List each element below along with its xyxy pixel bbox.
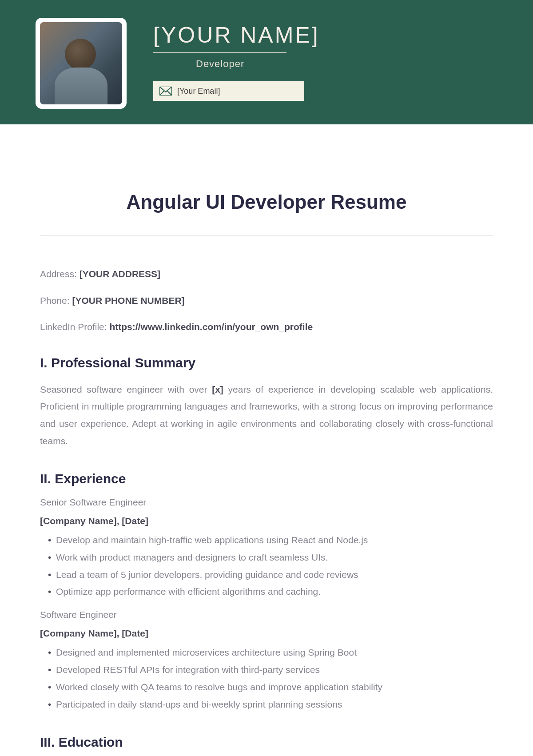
list-item: Developed RESTful APIs for integration w… [48,661,493,679]
header-banner: [YOUR NAME] Developer [Your Email] [0,0,533,124]
summary-pre: Seasoned software engineer with over [40,384,212,394]
linkedin-label: LinkedIn Profile: [40,322,109,332]
email-field[interactable]: [Your Email] [153,81,304,101]
address-line: Address: [YOUR ADDRESS] [40,267,493,281]
linkedin-line: LinkedIn Profile: https://www.linkedin.c… [40,320,493,334]
name-heading: [YOUR NAME] [153,22,497,48]
phone-line: Phone: [YOUR PHONE NUMBER] [40,294,493,308]
job-bullets: Designed and implemented microservices a… [40,644,493,713]
list-item: Worked closely with QA teams to resolve … [48,679,493,696]
list-item: Designed and implemented microservices a… [48,644,493,661]
role-subtitle: Developer [196,58,497,70]
header-text-block: [YOUR NAME] Developer [Your Email] [153,18,497,101]
title-divider [40,235,493,236]
profile-photo-frame [36,18,127,109]
experience-heading: II. Experience [40,471,493,486]
list-item: Develop and maintain high-traffic web ap… [48,532,493,549]
education-heading: III. Education [40,735,493,750]
address-label: Address: [40,269,80,279]
email-placeholder: [Your Email] [177,87,220,96]
job-bullets: Develop and maintain high-traffic web ap… [40,532,493,601]
summary-heading: I. Professional Summary [40,355,493,370]
phone-value: [YOUR PHONE NUMBER] [72,295,184,306]
job-meta: [Company Name], [Date] [40,628,493,639]
name-underline [153,52,286,53]
job-meta: [Company Name], [Date] [40,516,493,526]
experience-entry: Senior Software Engineer [Company Name],… [40,497,493,601]
summary-years: [x] [212,384,223,394]
phone-label: Phone: [40,295,72,306]
list-item: Optimize app performance with efficient … [48,583,493,601]
profile-photo [40,22,122,104]
experience-entry: Software Engineer [Company Name], [Date]… [40,609,493,713]
document-body: Angular UI Developer Resume Address: [YO… [0,124,533,756]
list-item: Work with product managers and designers… [48,549,493,566]
job-title: Senior Software Engineer [40,497,493,508]
list-item: Lead a team of 5 junior developers, prov… [48,566,493,584]
job-title: Software Engineer [40,609,493,620]
linkedin-value: https://www.linkedin.com/in/your_own_pro… [109,322,313,332]
mail-icon [159,87,172,95]
summary-text: Seasoned software engineer with over [x]… [40,381,493,450]
list-item: Participated in daily stand-ups and bi-w… [48,696,493,713]
document-title: Angular UI Developer Resume [40,191,493,213]
address-value: [YOUR ADDRESS] [80,269,160,279]
